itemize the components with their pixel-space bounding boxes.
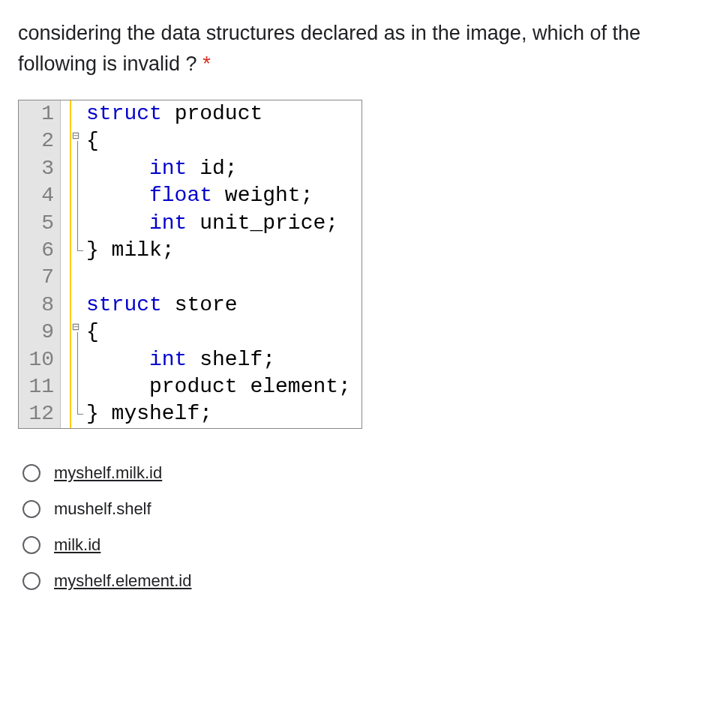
option-row[interactable]: myshelf.element.id [22, 571, 702, 591]
change-marker [61, 264, 71, 291]
code-content: } milk; [85, 237, 185, 264]
fold-gutter [71, 155, 85, 182]
option-label: milk.id [54, 535, 100, 555]
change-marker [61, 100, 71, 127]
fold-gutter[interactable] [71, 127, 85, 154]
line-number: 8 [19, 292, 61, 319]
option-label: myshelf.element.id [54, 571, 191, 591]
radio-button[interactable] [22, 500, 40, 518]
code-line: 7 [19, 264, 362, 291]
code-content: } myshelf; [85, 400, 223, 427]
question-body: considering the data structures declared… [18, 22, 640, 75]
fold-gutter [71, 182, 85, 209]
line-number: 10 [19, 346, 61, 373]
line-number: 11 [19, 373, 61, 400]
code-line: 6} milk; [19, 237, 362, 264]
line-number: 2 [19, 127, 61, 154]
code-content: int id; [85, 155, 248, 182]
change-marker [61, 237, 71, 264]
code-line: 8struct store [19, 292, 362, 319]
code-content: float weight; [85, 182, 323, 209]
fold-gutter [71, 264, 85, 291]
change-marker [61, 182, 71, 209]
radio-button[interactable] [22, 572, 40, 590]
code-line: 10 int shelf; [19, 346, 362, 373]
fold-gutter [71, 292, 85, 319]
options-group: myshelf.milk.idmushelf.shelfmilk.idmyshe… [18, 463, 702, 591]
code-line: 11 product element; [19, 373, 362, 400]
fold-gutter [71, 237, 85, 264]
change-marker [61, 319, 71, 346]
fold-gutter [71, 400, 85, 427]
change-marker [61, 373, 71, 400]
line-number: 5 [19, 210, 61, 237]
code-content: { [85, 127, 110, 154]
code-content: { [85, 319, 110, 346]
line-number: 1 [19, 100, 61, 127]
fold-gutter [71, 100, 85, 127]
code-block: 1struct product2{3 int id;4 float weight… [18, 100, 362, 429]
radio-button[interactable] [22, 464, 40, 482]
line-number: 4 [19, 182, 61, 209]
fold-gutter[interactable] [71, 319, 85, 346]
required-asterisk: * [202, 52, 211, 75]
option-row[interactable]: mushelf.shelf [22, 499, 702, 519]
change-marker [61, 155, 71, 182]
code-line: 3 int id; [19, 155, 362, 182]
fold-gutter [71, 210, 85, 237]
option-label: myshelf.milk.id [54, 463, 162, 483]
code-line: 4 float weight; [19, 182, 362, 209]
fold-gutter [71, 346, 85, 373]
question-text: considering the data structures declared… [18, 18, 702, 79]
option-row[interactable]: myshelf.milk.id [22, 463, 702, 483]
code-content: int unit_price; [85, 210, 349, 237]
change-marker [61, 292, 71, 319]
code-content: int shelf; [85, 346, 286, 373]
line-number: 3 [19, 155, 61, 182]
code-content: product element; [85, 373, 362, 400]
line-number: 9 [19, 319, 61, 346]
code-line: 2{ [19, 127, 362, 154]
radio-button[interactable] [22, 536, 40, 554]
code-content: struct store [85, 292, 248, 319]
fold-gutter [71, 373, 85, 400]
line-number: 7 [19, 264, 61, 291]
change-marker [61, 346, 71, 373]
line-number: 12 [19, 400, 61, 427]
line-number: 6 [19, 237, 61, 264]
code-content: struct product [85, 100, 273, 127]
change-marker [61, 210, 71, 237]
code-line: 1struct product [19, 100, 362, 127]
change-marker [61, 127, 71, 154]
code-line: 5 int unit_price; [19, 210, 362, 237]
code-line: 9{ [19, 319, 362, 346]
code-content [85, 264, 110, 291]
option-label: mushelf.shelf [54, 499, 152, 519]
change-marker [61, 400, 71, 427]
code-line: 12} myshelf; [19, 400, 362, 427]
option-row[interactable]: milk.id [22, 535, 702, 555]
